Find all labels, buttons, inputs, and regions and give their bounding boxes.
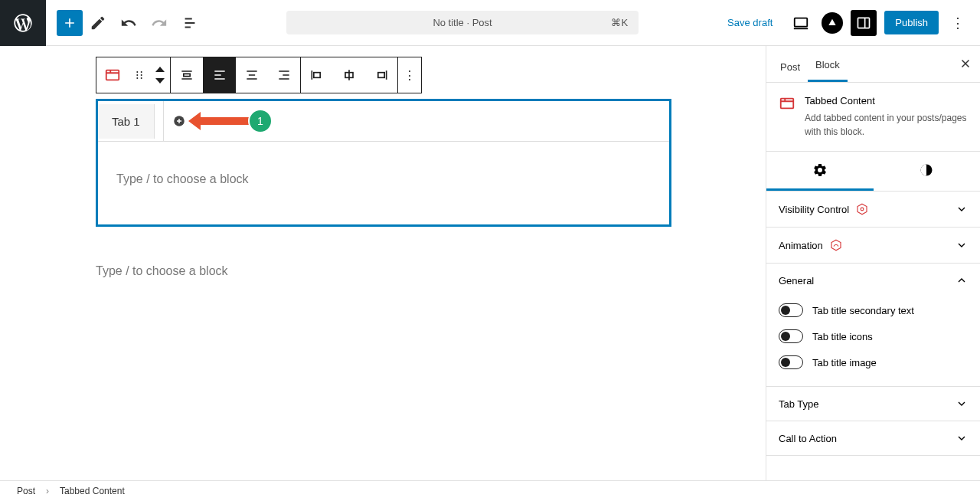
panel-general: General Tab title secondary text Tab tit… — [766, 264, 980, 387]
move-up-down-icon[interactable] — [150, 57, 170, 93]
add-block-button[interactable] — [57, 10, 83, 36]
more-options-icon[interactable]: ⋮ — [946, 15, 969, 31]
annotation-arrow: 1 — [188, 109, 273, 133]
drag-handle-icon[interactable] — [129, 57, 150, 93]
breadcrumb-root[interactable]: Post — [17, 486, 35, 496]
edit-mode-icon[interactable] — [83, 8, 113, 38]
document-title: No title · Post — [433, 17, 492, 28]
document-overview-icon[interactable] — [175, 8, 205, 38]
svg-point-6 — [141, 71, 142, 73]
svg-rect-9 — [314, 73, 320, 78]
panel-animation: Animation — [766, 228, 980, 264]
justify-left-icon[interactable] — [301, 57, 333, 93]
plugin-circle-icon[interactable] — [822, 12, 843, 34]
tab-row: Tab 1 1 — [98, 101, 669, 141]
chevron-down-icon — [956, 203, 968, 215]
settings-subtabs — [766, 152, 980, 192]
tab-block[interactable]: Block — [808, 48, 848, 82]
toggle-switch[interactable] — [779, 355, 803, 369]
more-block-options-icon[interactable]: ⋮ — [398, 57, 421, 93]
block-toolbar: ⋮ — [96, 57, 422, 93]
svg-rect-11 — [378, 73, 384, 78]
sidebar-tabs: Post Block — [766, 46, 980, 83]
command-shortcut: ⌘K — [611, 17, 628, 28]
tab-1[interactable]: Tab 1 — [98, 104, 155, 139]
block-title: Tabbed Content — [805, 95, 968, 106]
toggle-icons: Tab title icons — [779, 323, 968, 349]
panel-head-visibility[interactable]: Visibility Control — [766, 192, 980, 227]
settings-gear-tab[interactable] — [766, 152, 874, 191]
tabbed-content-icon — [779, 95, 795, 139]
panel-head-general[interactable]: General — [766, 264, 980, 297]
svg-point-4 — [136, 74, 138, 76]
svg-point-15 — [861, 208, 864, 211]
text-align-center-icon[interactable] — [236, 57, 268, 93]
svg-point-8 — [141, 77, 142, 79]
panel-head-animation[interactable]: Animation — [766, 228, 980, 263]
svg-rect-0 — [795, 18, 808, 26]
block-info: Tabbed Content Add tabbed content in you… — [766, 83, 980, 152]
chevron-down-icon — [956, 398, 968, 410]
panel-call-to-action: Call to Action — [766, 421, 980, 456]
editor-topbar: No title · Post ⌘K Save draft Publish ⋮ — [0, 0, 980, 46]
align-icon[interactable] — [171, 57, 203, 93]
svg-point-5 — [136, 77, 138, 79]
toggle-image: Tab title image — [779, 349, 968, 375]
chevron-up-icon — [956, 274, 968, 287]
panel-visibility: Visibility Control — [766, 192, 980, 228]
animation-icon — [829, 238, 843, 252]
text-align-right-icon[interactable] — [268, 57, 300, 93]
tabbed-content-block[interactable]: Tab 1 1 Type / to choose a block — [96, 99, 671, 227]
chevron-down-icon — [956, 239, 968, 251]
annotation-badge: 1 — [248, 109, 273, 133]
justify-right-icon[interactable] — [365, 57, 397, 93]
block-description: Add tabbed content in your posts/pages w… — [805, 111, 968, 139]
chevron-right-icon: › — [46, 486, 49, 496]
svg-rect-1 — [858, 18, 870, 28]
eye-icon — [855, 202, 869, 216]
svg-point-7 — [141, 74, 142, 76]
tab-spacer — [155, 101, 164, 141]
breadcrumb-current[interactable]: Tabbed Content — [60, 486, 125, 496]
save-draft-button[interactable]: Save draft — [720, 12, 780, 33]
text-align-left-icon[interactable] — [204, 57, 236, 93]
close-sidebar-icon[interactable] — [959, 57, 972, 70]
breadcrumb: Post › Tabbed Content — [0, 480, 980, 501]
publish-button[interactable]: Publish — [884, 11, 939, 34]
panel-head-tab-type[interactable]: Tab Type — [766, 387, 980, 421]
chevron-down-icon — [956, 432, 968, 444]
block-type-icon[interactable] — [96, 57, 129, 93]
tab-body[interactable]: Type / to choose a block — [98, 141, 669, 224]
tab-post[interactable]: Post — [773, 51, 808, 82]
svg-rect-2 — [106, 70, 119, 80]
document-title-pill[interactable]: No title · Post ⌘K — [286, 11, 639, 34]
outer-block-placeholder[interactable]: Type / to choose a block — [96, 264, 228, 278]
settings-styles-tab[interactable] — [874, 152, 981, 191]
redo-icon[interactable] — [144, 8, 175, 38]
svg-point-3 — [136, 71, 138, 73]
toggle-switch[interactable] — [779, 303, 803, 317]
block-placeholder[interactable]: Type / to choose a block — [116, 172, 651, 186]
settings-sidebar: Post Block Tabbed Content Add tabbed con… — [766, 46, 980, 480]
panel-head-cta[interactable]: Call to Action — [766, 421, 980, 455]
svg-rect-13 — [781, 99, 794, 109]
view-device-icon[interactable] — [788, 10, 814, 36]
sidebar-toggle-button[interactable] — [851, 10, 877, 36]
wordpress-logo[interactable] — [0, 0, 46, 46]
panel-tab-type: Tab Type — [766, 387, 980, 421]
undo-icon[interactable] — [113, 8, 144, 38]
justify-center-icon[interactable] — [333, 57, 365, 93]
toggle-secondary-text: Tab title secondary text — [779, 297, 968, 323]
toggle-switch[interactable] — [779, 329, 803, 343]
